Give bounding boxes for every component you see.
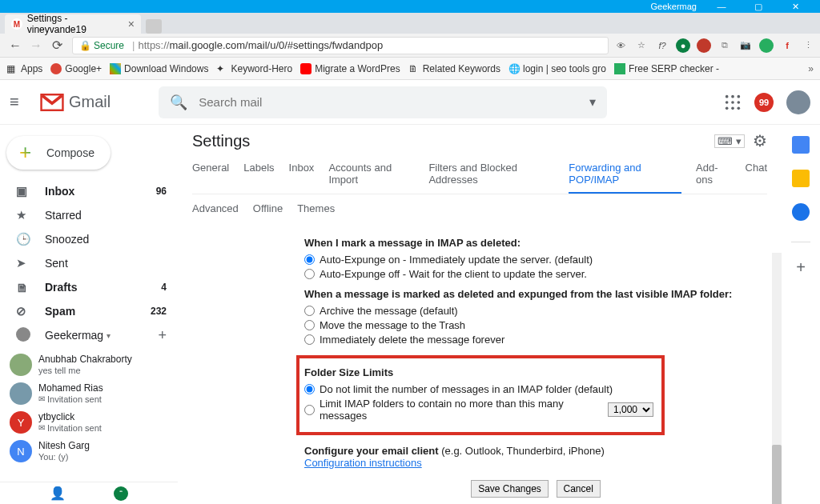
folder-size-highlight: Folder Size Limits Do not limit the numb… xyxy=(296,355,665,435)
sidebar-item-snoozed[interactable]: 🕒Snoozed xyxy=(0,227,178,251)
hangouts-section[interactable]: Geekermag▾ + xyxy=(0,323,178,347)
hangouts-tab-icon[interactable]: “ xyxy=(114,486,128,501)
sidebar-item-starred[interactable]: ★Starred xyxy=(0,203,178,227)
bookmark-keywordhero[interactable]: ✦Keyword-Hero xyxy=(216,63,292,74)
tab-close-icon[interactable]: × xyxy=(128,18,135,30)
back-button[interactable]: ← xyxy=(5,35,26,56)
input-tools-icon[interactable]: ⌨ ▾ xyxy=(714,134,745,148)
sidebar: Compose ▣Inbox96 ★Starred 🕒Snoozed ➤Sent… xyxy=(0,125,178,504)
svg-point-1 xyxy=(726,94,729,98)
apps-icon: ▦ xyxy=(6,63,18,74)
reload-button[interactable]: ⟳ xyxy=(46,35,67,56)
window-maximize[interactable]: ▢ xyxy=(746,2,770,12)
ext-green-icon[interactable]: ● xyxy=(676,38,690,53)
save-button[interactable]: Save Changes xyxy=(471,480,549,498)
notifications-badge[interactable]: 99 xyxy=(754,93,774,112)
bookmark-apps[interactable]: ▦Apps xyxy=(6,63,42,74)
chat-item[interactable]: NNitesh GargYou: (y) xyxy=(0,437,178,466)
ext-camera-icon[interactable]: 📷 xyxy=(738,38,753,53)
chat-item[interactable]: Yytbyclick✉Invitation sent xyxy=(0,408,178,437)
radio-limit[interactable] xyxy=(304,405,315,415)
bookmark-migrate[interactable]: Migrate a WordPres xyxy=(300,63,400,74)
browser-tab[interactable]: M Settings - vineyvande19 × xyxy=(5,14,141,34)
hangouts-footer: 👤 “ xyxy=(0,482,178,504)
chat-list: Anubhab Chakrabortyyes tell me Mohamed R… xyxy=(0,350,178,466)
tab-themes[interactable]: Themes xyxy=(297,198,335,221)
kh-icon: ✦ xyxy=(216,63,227,74)
apps-grid-icon[interactable] xyxy=(724,94,742,111)
bookmark-related[interactable]: 🗎Related Keywords xyxy=(408,63,500,74)
add-chat-button[interactable]: + xyxy=(158,327,167,344)
sidebar-item-sent[interactable]: ➤Sent xyxy=(0,251,178,275)
radio-autoexpunge-on[interactable] xyxy=(304,254,315,265)
bookmarks-overflow[interactable]: » xyxy=(808,63,814,74)
bookmark-googleplus[interactable]: Google+ xyxy=(50,63,102,74)
f-question-icon[interactable]: f? xyxy=(655,38,669,53)
window-close[interactable]: ✕ xyxy=(783,2,807,12)
user-avatar-icon xyxy=(16,327,32,344)
tab-chat[interactable]: Chat xyxy=(746,157,767,194)
ext-fb-icon[interactable]: f xyxy=(780,38,794,53)
ext-copy-icon[interactable]: ⧉ xyxy=(718,38,732,53)
contacts-tab-icon[interactable]: 👤 xyxy=(50,486,66,501)
bookmark-serp[interactable]: Free SERP checker - xyxy=(614,63,719,74)
sidebar-item-drafts[interactable]: 🗎Drafts4 xyxy=(0,275,178,299)
tab-inbox[interactable]: Inbox xyxy=(289,157,315,194)
cancel-button[interactable]: Cancel xyxy=(557,480,601,498)
new-tab-button[interactable] xyxy=(146,19,162,34)
radio-trash[interactable] xyxy=(304,320,315,330)
limit-select[interactable]: 1,000 xyxy=(608,402,653,417)
window-app-title: Geekermag xyxy=(651,2,697,11)
tab-advanced[interactable]: Advanced xyxy=(192,198,239,221)
search-options-icon[interactable]: ▾ xyxy=(589,94,596,110)
configuration-link[interactable]: Configuration instructions xyxy=(304,457,422,469)
bookmark-seo[interactable]: 🌐login | seo tools gro xyxy=(508,63,606,74)
search-icon: 🔍 xyxy=(170,94,187,111)
window-minimize[interactable]: — xyxy=(709,2,734,11)
file-icon: 🗎 xyxy=(16,281,32,294)
main-menu-icon[interactable]: ≡ xyxy=(10,93,29,111)
account-avatar[interactable] xyxy=(786,90,810,114)
search-box[interactable]: 🔍 ▾ xyxy=(159,86,607,118)
radio-autoexpunge-off[interactable] xyxy=(304,269,315,279)
radio-delete-forever[interactable] xyxy=(304,334,315,345)
bookmark-downloadwin[interactable]: Download Windows xyxy=(110,63,208,74)
gear-icon[interactable]: ⚙ xyxy=(753,131,767,150)
url-text: https://mail.google.com/mail/u/0/#settin… xyxy=(138,39,383,51)
tab-forwarding[interactable]: Forwarding and POP/IMAP xyxy=(569,157,681,194)
ext-hero-icon[interactable] xyxy=(697,38,711,53)
radio-no-limit[interactable] xyxy=(304,384,315,394)
imap-delete-heading: When I mark a message in IMAP as deleted… xyxy=(304,237,767,249)
menu-dots-icon[interactable]: ⋮ xyxy=(801,38,815,53)
sidebar-item-inbox[interactable]: ▣Inbox96 xyxy=(0,179,178,203)
chat-item[interactable]: Anubhab Chakrabortyyes tell me xyxy=(0,350,178,379)
keep-icon[interactable] xyxy=(792,170,810,187)
settings-content: Settings ⌨ ▾ ⚙ General Labels Inbox Acco… xyxy=(178,125,782,504)
calendar-icon[interactable] xyxy=(792,136,810,154)
scrollbar-thumb[interactable] xyxy=(772,445,782,504)
star-icon[interactable]: ☆ xyxy=(634,38,649,53)
forward-button[interactable]: → xyxy=(26,35,46,56)
chat-item[interactable]: Mohamed Rias✉Invitation sent xyxy=(0,379,178,408)
gmail-logo[interactable]: Gmail xyxy=(40,93,111,111)
windows-icon xyxy=(110,63,121,74)
address-bar[interactable]: 🔒 Secure | https://mail.google.com/mail/… xyxy=(72,37,609,54)
send-icon: ➤ xyxy=(16,256,32,270)
tab-labels[interactable]: Labels xyxy=(243,157,274,194)
ext-serp-icon[interactable] xyxy=(759,38,774,53)
eye-icon[interactable]: 👁 xyxy=(613,38,628,53)
search-input[interactable] xyxy=(199,95,589,109)
svg-point-5 xyxy=(731,101,734,104)
tab-general[interactable]: General xyxy=(192,157,229,194)
tasks-icon[interactable] xyxy=(792,203,810,221)
svg-point-6 xyxy=(738,101,741,104)
sidebar-item-spam[interactable]: ⊘Spam232 xyxy=(0,299,178,323)
tab-filters[interactable]: Filters and Blocked Addresses xyxy=(428,157,554,194)
radio-archive[interactable] xyxy=(304,306,315,316)
compose-button[interactable]: Compose xyxy=(6,136,111,170)
tab-addons[interactable]: Add-ons xyxy=(696,157,730,194)
settings-sub-tabs: Advanced Offline Themes xyxy=(192,198,767,221)
tab-accounts[interactable]: Accounts and Import xyxy=(328,157,414,194)
tab-offline[interactable]: Offline xyxy=(253,198,283,221)
add-addon-icon[interactable]: + xyxy=(796,258,806,277)
